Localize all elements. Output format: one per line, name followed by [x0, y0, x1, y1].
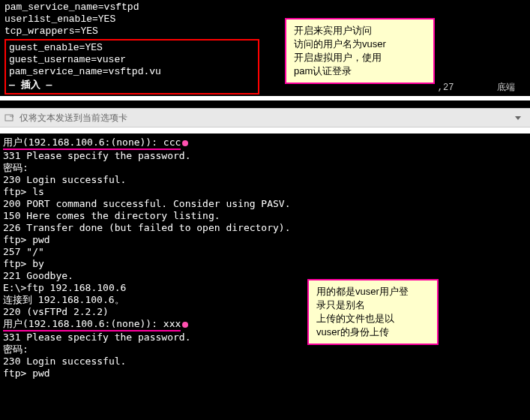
- terminal-line: 331 Please specify the password.: [3, 150, 527, 162]
- highlighted-prompt: 用户(192.168.100.6:(none)): ccc: [3, 136, 181, 150]
- marker-dot-icon: [182, 322, 188, 328]
- note-line: pam认证登录: [294, 64, 426, 78]
- terminal-line: 226 Transfer done (but failed to open di…: [3, 222, 527, 234]
- position-mode: 底端: [497, 82, 515, 93]
- marker-dot-icon: [182, 140, 188, 146]
- svg-rect-0: [5, 115, 13, 121]
- annotation-note-1: 开启来宾用户访问 访问的用户名为vuser 开启虚拟用户，使用 pam认证登录: [285, 18, 435, 84]
- terminal-line: ftp> pwd: [3, 234, 527, 246]
- config-line: userlist_enable=YES: [4, 14, 526, 26]
- config-line: guest_username=vuser: [9, 54, 255, 66]
- tab-send-icon: [4, 112, 15, 123]
- terminal-line: 230 Login successful.: [3, 356, 527, 368]
- terminal-line: 密码:: [3, 344, 527, 356]
- terminal-line: 220 (vsFTPd 2.2.2): [3, 306, 527, 318]
- terminal-line: ftp> pwd: [3, 368, 527, 380]
- terminal-line: 200 PORT command successful. Consider us…: [3, 198, 527, 210]
- terminal-line: 用户(192.168.100.6:(none)): ccc: [3, 136, 527, 150]
- separator: [0, 96, 530, 100]
- terminal-line: ftp> by: [3, 258, 527, 270]
- annotation-note-2: 用的都是vuser用户登 录只是别名 上传的文件也是以 vuser的身份上传: [307, 279, 439, 345]
- separator: [0, 128, 530, 134]
- config-line: guest_enable=YES: [9, 42, 255, 54]
- terminal-line: ftp> ls: [3, 186, 527, 198]
- tab-bar-text: 仅将文本发送到当前选项卡: [19, 112, 127, 124]
- tab-bar: 仅将文本发送到当前选项卡: [0, 108, 530, 128]
- note-line: 开启虚拟用户，使用: [294, 51, 426, 64]
- terminal-line: E:\>ftp 192.168.100.6: [3, 282, 527, 294]
- terminal-line: 用户(192.168.100.6:(none)): xxx: [3, 318, 527, 332]
- config-line: pam_service_name=vsftpd.vu: [9, 66, 255, 78]
- note-line: vuser的身份上传: [316, 326, 430, 339]
- terminal-line: 257 "/": [3, 246, 527, 258]
- note-line: 上传的文件也是以: [316, 312, 430, 326]
- terminal-line: 331 Please specify the password.: [3, 332, 527, 344]
- editor-status: ,27 底端: [438, 81, 515, 94]
- note-line: 录只是别名: [316, 298, 430, 312]
- note-line: 用的都是vuser用户登: [316, 285, 430, 298]
- highlight-box: guest_enable=YES guest_username=vuser pa…: [4, 39, 259, 94]
- terminal-line: 230 Login successful.: [3, 174, 527, 186]
- cursor-position: ,27: [438, 82, 454, 93]
- note-line: 开启来宾用户访问: [294, 24, 426, 38]
- terminal-line: 221 Goodbye.: [3, 270, 527, 282]
- note-line: 访问的用户名为vuser: [294, 38, 426, 51]
- terminal-line: 150 Here comes the directory listing.: [3, 210, 527, 222]
- config-line: tcp_wrappers=YES: [4, 26, 526, 38]
- terminal-output[interactable]: 用户(192.168.100.6:(none)): ccc 331 Please…: [0, 134, 530, 382]
- insert-mode-indicator: — 插入 —: [9, 80, 255, 92]
- config-line: pam_service_name=vsftpd: [4, 2, 526, 14]
- highlighted-prompt: 用户(192.168.100.6:(none)): xxx: [3, 318, 181, 332]
- terminal-line: 连接到 192.168.100.6。: [3, 294, 527, 306]
- terminal-line: 密码:: [3, 162, 527, 174]
- dropdown-arrow-icon[interactable]: [515, 116, 521, 120]
